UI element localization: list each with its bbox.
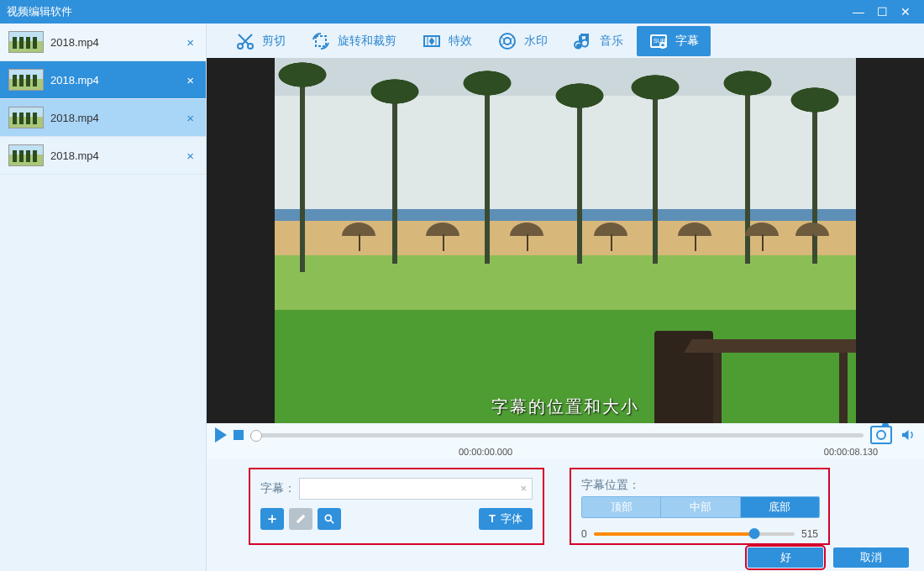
subtitle-icon: SUB <box>648 31 669 51</box>
svg-point-9 <box>660 43 665 48</box>
minimize-button[interactable]: — <box>847 0 870 24</box>
rotate-crop-icon <box>311 31 331 51</box>
clear-input-icon[interactable]: × <box>515 482 532 495</box>
position-bottom-button[interactable]: 底部 <box>740 497 819 517</box>
file-thumbnail <box>8 107 44 128</box>
file-thumbnail <box>8 31 44 53</box>
file-item[interactable]: 2018.mp4 × <box>0 24 206 61</box>
file-sidebar: 2018.mp4 × 2018.mp4 × 2018.mp4 × 2018.mp… <box>0 24 207 571</box>
slider-value-label: 515 <box>801 528 818 540</box>
slider-knob[interactable] <box>749 528 760 539</box>
svg-rect-2 <box>316 36 326 46</box>
position-slider[interactable] <box>594 532 795 536</box>
close-button[interactable]: ✕ <box>894 0 917 24</box>
subtitle-overlay-text: 字幕的位置和大小 <box>275 396 856 418</box>
time-start: 00:00:00.000 <box>459 447 512 459</box>
subtitle-text-group: 字幕： × <box>249 468 544 545</box>
file-name: 2018.mp4 <box>50 149 183 162</box>
tab-watermark[interactable]: 水印 <box>486 26 559 56</box>
add-subtitle-button[interactable] <box>260 508 284 530</box>
tab-label: 特效 <box>449 34 472 49</box>
editor-toolbar: 剪切 旋转和裁剪 特效 <box>207 24 924 58</box>
stop-button[interactable] <box>234 430 244 440</box>
remove-file-icon[interactable]: × <box>183 111 197 125</box>
tab-label: 音乐 <box>600 34 623 49</box>
file-name: 2018.mp4 <box>50 74 183 86</box>
font-button-label: 字体 <box>501 511 522 526</box>
position-segmented: 顶部 中部 底部 <box>581 496 820 518</box>
music-icon <box>573 31 593 51</box>
watermark-icon <box>497 31 517 51</box>
position-label: 字幕位置： <box>581 478 818 493</box>
subtitle-position-group: 字幕位置： 顶部 中部 底部 0 515 <box>570 468 830 545</box>
volume-icon[interactable] <box>899 427 916 443</box>
font-button[interactable]: T 字体 <box>479 508 533 530</box>
tab-rotate-crop[interactable]: 旋转和裁剪 <box>299 26 408 56</box>
titlebar[interactable]: 视频编辑软件 — ☐ ✕ <box>0 0 924 24</box>
footer-buttons: 好 取消 <box>207 545 924 571</box>
file-item[interactable]: 2018.mp4 × <box>0 61 206 99</box>
video-preview-area: 字幕的位置和大小 <box>207 58 924 423</box>
subtitle-label: 字幕： <box>260 481 296 496</box>
snapshot-icon[interactable] <box>870 426 892 444</box>
subtitle-input-wrap: × <box>299 478 533 500</box>
svg-point-5 <box>504 38 511 45</box>
t-icon: T <box>489 512 496 525</box>
tab-label: 剪切 <box>262 34 286 49</box>
tab-effects[interactable]: 特效 <box>410 26 484 56</box>
search-subtitle-button[interactable] <box>318 508 341 530</box>
tab-label: 旋转和裁剪 <box>338 34 396 49</box>
file-item[interactable]: 2018.mp4 × <box>0 137 206 175</box>
remove-file-icon[interactable]: × <box>183 73 197 87</box>
file-item[interactable]: 2018.mp4 × <box>0 99 206 137</box>
file-name: 2018.mp4 <box>50 36 183 49</box>
remove-file-icon[interactable]: × <box>183 149 197 163</box>
position-middle-button[interactable]: 中部 <box>660 497 739 517</box>
effects-icon <box>422 31 442 51</box>
file-name: 2018.mp4 <box>50 112 183 124</box>
svg-point-4 <box>500 34 515 49</box>
tab-music[interactable]: 音乐 <box>561 26 635 56</box>
time-end: 00:00:08.130 <box>824 447 878 459</box>
remove-file-icon[interactable]: × <box>183 35 197 50</box>
transport-bar <box>207 423 924 447</box>
seek-knob[interactable] <box>250 430 262 442</box>
position-top-button[interactable]: 顶部 <box>582 497 660 517</box>
ok-button[interactable]: 好 <box>748 547 823 568</box>
file-thumbnail <box>8 69 44 91</box>
scissors-icon <box>235 31 255 51</box>
time-labels: 00:00:00.000 00:00:08.130 <box>207 447 924 459</box>
edit-subtitle-button[interactable] <box>289 508 312 530</box>
file-thumbnail <box>8 144 44 166</box>
seek-slider[interactable] <box>250 433 864 437</box>
tab-cut[interactable]: 剪切 <box>223 26 297 56</box>
slider-min-label: 0 <box>581 528 587 540</box>
subtitle-input[interactable] <box>300 482 515 495</box>
tab-subtitle[interactable]: SUB 字幕 <box>637 26 711 56</box>
svg-point-6 <box>576 44 581 49</box>
tab-label: 字幕 <box>675 34 699 49</box>
svg-point-10 <box>325 515 331 521</box>
play-button[interactable] <box>215 427 227 443</box>
video-preview[interactable]: 字幕的位置和大小 <box>275 58 856 423</box>
tab-label: 水印 <box>524 34 548 49</box>
maximize-button[interactable]: ☐ <box>870 0 894 24</box>
cancel-button[interactable]: 取消 <box>833 547 909 568</box>
window-title: 视频编辑软件 <box>7 4 847 19</box>
